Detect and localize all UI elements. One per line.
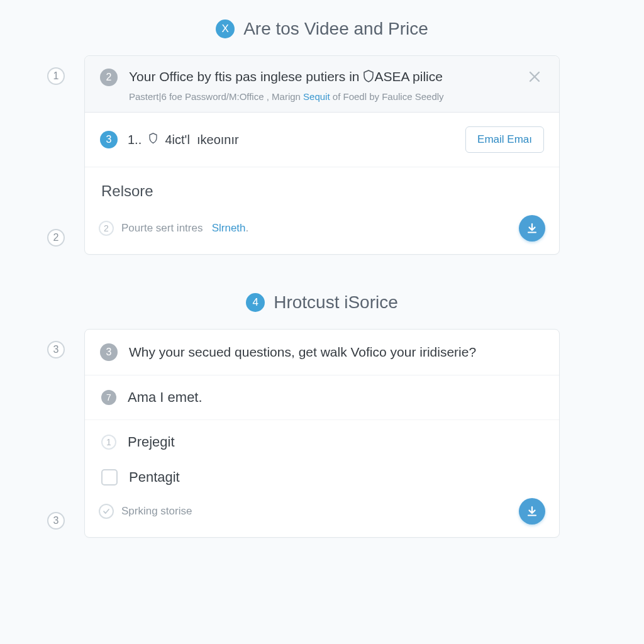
card1-footer-text: Pourte sert intres Slrneth. (121, 222, 248, 235)
download-button-2[interactable] (519, 498, 545, 525)
card1-footer-badge: 2 (99, 221, 114, 236)
option-prejegit[interactable]: 1 Prejegit (85, 420, 559, 458)
card1-sub-a: Pastert|6 foe Password/M:Office , Marign (129, 91, 301, 102)
card1-header-main: Your Office by ftis pas inglese putiers … (129, 69, 514, 102)
card1-header-title-a: Your Office by ftis pas inglese putiers … (129, 69, 360, 84)
card-video-price: 1 2 Your Office by ftis pas inglese puti… (84, 55, 560, 255)
step-gutter-1: 1 (47, 67, 65, 85)
card1-footer: 2 Pourte sert intres Slrneth. (85, 206, 559, 254)
option3-text: Pentagit (129, 469, 180, 486)
option-pentagit[interactable]: Pentagit (85, 458, 559, 489)
card1-header-title-b: ASEA pilice (374, 69, 443, 84)
option1-badge: 7 (101, 390, 116, 405)
card1-row1-rest: 4ict'l ıkeoınır (162, 133, 239, 147)
email-button[interactable]: Email Emaı (465, 126, 544, 153)
close-icon[interactable] (525, 69, 544, 87)
card1-body-label: Relsore (85, 167, 559, 206)
card1-row1-badge: 3 (100, 131, 118, 148)
option2-text: Prejegit (128, 434, 175, 450)
download-button[interactable] (519, 215, 545, 242)
option1-text: Ama I emet. (128, 389, 203, 406)
card-hrotcust: 3 3 Why your secued questions, get walk … (84, 329, 560, 538)
card2-question-text: Why your secued questions, get walk Vofi… (129, 345, 476, 360)
card1-header-badge: 2 (100, 69, 118, 86)
section1-title-badge: X (216, 19, 235, 38)
step-gutter-3b: 3 (47, 512, 65, 530)
card1-header: 2 Your Office by ftis pas inglese putier… (85, 56, 559, 113)
check-circle-icon (99, 504, 114, 519)
card1-row-action: 3 1.. 4ict'l ıkeoınır Email Emaı (85, 113, 559, 167)
card1-header-title: Your Office by ftis pas inglese putiers … (129, 69, 514, 86)
card2-footer-text: Sprking storise (121, 505, 192, 518)
card1-row1-prefix: 1.. (128, 133, 145, 147)
card1-footer-b: . (246, 222, 249, 234)
card1-sub-link[interactable]: Sequit (303, 91, 330, 102)
shield-icon (363, 70, 374, 86)
section2-title: 4 Hrotcust iSorice (0, 292, 644, 313)
card1-footer-a: Pourte sert intres (121, 222, 203, 234)
card1-sub-b: of Foedl by Faulice Seedly (333, 91, 444, 102)
card2-header-badge: 3 (100, 343, 118, 361)
card1-header-sub: Pastert|6 foe Password/M:Office , Marign… (129, 91, 514, 102)
step-gutter-2: 2 (47, 229, 65, 247)
section2-title-text: Hrotcust iSorice (274, 292, 398, 313)
card2-footer: Sprking storise (85, 489, 559, 537)
option-ama-emet[interactable]: 7 Ama I emet. (85, 375, 559, 420)
section1-title: X Are tos Videe and Price (0, 19, 644, 39)
step-gutter-3: 3 (47, 341, 65, 358)
option2-badge: 1 (101, 435, 116, 450)
card2-header: 3 Why your secued questions, get walk Vo… (85, 330, 559, 375)
section2-title-badge: 4 (246, 293, 265, 312)
section1-title-text: Are tos Videe and Price (243, 19, 428, 39)
card1-row1-text: 1.. 4ict'l ıkeoınır (128, 133, 455, 147)
checkbox-icon[interactable] (101, 469, 118, 486)
card1-footer-link[interactable]: Slrneth (212, 222, 246, 234)
shield-mini-icon (148, 133, 162, 147)
